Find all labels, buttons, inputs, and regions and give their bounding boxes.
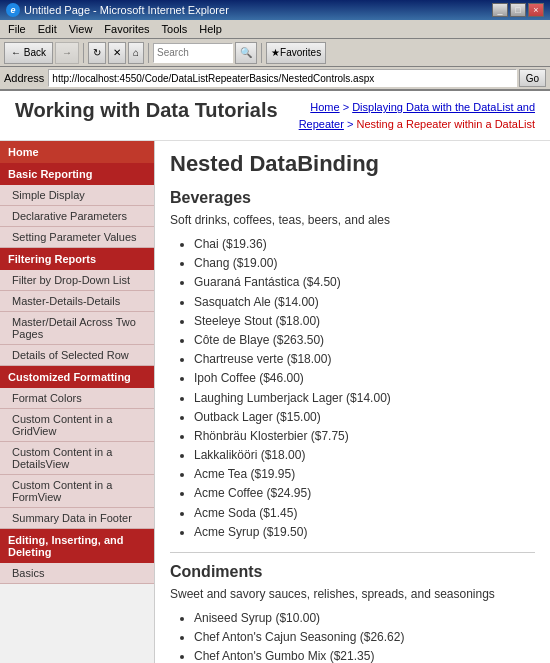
sidebar-item-master-detail-two-pages[interactable]: Master/Detail Across Two Pages (0, 312, 154, 345)
list-item: Chef Anton's Cajun Seasoning ($26.62) (194, 628, 535, 647)
list-item: Sasquatch Ale ($14.00) (194, 293, 535, 312)
sidebar-item-summary-data-footer[interactable]: Summary Data in Footer (0, 508, 154, 529)
list-item: Rhönbräu Klosterbier ($7.75) (194, 427, 535, 446)
category-condiments-title: Condiments (170, 563, 535, 581)
favorites-icon: ★ (271, 47, 280, 58)
list-item: Côte de Blaye ($263.50) (194, 331, 535, 350)
minimize-button[interactable]: _ (492, 3, 508, 17)
breadcrumb-current: Nesting a Repeater within a DataList (356, 118, 535, 130)
menu-edit[interactable]: Edit (32, 21, 63, 37)
address-input[interactable] (48, 69, 516, 87)
sidebar-item-setting-parameter-values[interactable]: Setting Parameter Values (0, 227, 154, 248)
sidebar-item-custom-content-gridview[interactable]: Custom Content in a GridView (0, 409, 154, 442)
toolbar: ← Back → ↻ ✕ ⌂ 🔍 ★ Favorites (0, 39, 550, 67)
list-item: Chai ($19.36) (194, 235, 535, 254)
sidebar-item-declarative-parameters[interactable]: Declarative Parameters (0, 206, 154, 227)
menu-bar: File Edit View Favorites Tools Help (0, 20, 550, 39)
home-button[interactable]: ⌂ (128, 42, 144, 64)
address-bar: Address Go (0, 67, 550, 91)
window-title: e Untitled Page - Microsoft Internet Exp… (6, 3, 229, 17)
site-header: Working with Data Tutorials Home > Displ… (0, 91, 550, 141)
category-condiments: Condiments Sweet and savory sauces, reli… (170, 563, 535, 663)
go-button[interactable]: Go (519, 69, 546, 87)
toolbar-separator-1 (83, 43, 84, 63)
list-item: Acme Soda ($1.45) (194, 504, 535, 523)
favorites-button[interactable]: ★ Favorites (266, 42, 326, 64)
favorites-label: Favorites (280, 47, 321, 58)
sidebar-item-format-colors[interactable]: Format Colors (0, 388, 154, 409)
condiments-list: Aniseed Syrup ($10.00) Chef Anton's Caju… (170, 609, 535, 663)
refresh-button[interactable]: ↻ (88, 42, 106, 64)
sidebar-item-custom-content-formview[interactable]: Custom Content in a FormView (0, 475, 154, 508)
sidebar-section-filtering-reports[interactable]: Filtering Reports (0, 248, 154, 270)
list-item: Steeleye Stout ($18.00) (194, 312, 535, 331)
sidebar-item-custom-content-detailsview[interactable]: Custom Content in a DetailsView (0, 442, 154, 475)
back-button[interactable]: ← Back (4, 42, 53, 64)
list-item: Chang ($19.00) (194, 254, 535, 273)
list-item: Ipoh Coffee ($46.00) (194, 369, 535, 388)
sidebar-item-filter-dropdown[interactable]: Filter by Drop-Down List (0, 270, 154, 291)
menu-favorites[interactable]: Favorites (98, 21, 155, 37)
site-title: Working with Data Tutorials (15, 99, 278, 122)
category-condiments-desc: Sweet and savory sauces, relishes, sprea… (170, 587, 535, 601)
page-content: Nested DataBinding Beverages Soft drinks… (155, 141, 550, 663)
sidebar-home[interactable]: Home (0, 141, 154, 163)
list-item: Outback Lager ($15.00) (194, 408, 535, 427)
section-divider-1 (170, 552, 535, 553)
sidebar-item-master-details[interactable]: Master-Details-Details (0, 291, 154, 312)
close-button[interactable]: × (528, 3, 544, 17)
list-item: Laughing Lumberjack Lager ($14.00) (194, 389, 535, 408)
list-item: Aniseed Syrup ($10.00) (194, 609, 535, 628)
list-item: Lakkalikööri ($18.00) (194, 446, 535, 465)
sidebar-section-editing[interactable]: Editing, Inserting, and Deleting (0, 529, 154, 563)
list-item: Acme Syrup ($19.50) (194, 523, 535, 542)
category-beverages: Beverages Soft drinks, coffees, teas, be… (170, 189, 535, 542)
maximize-button[interactable]: □ (510, 3, 526, 17)
sidebar-item-details-selected-row[interactable]: Details of Selected Row (0, 345, 154, 366)
search-input[interactable] (153, 43, 233, 63)
address-label: Address (4, 72, 44, 84)
window-title-bar: e Untitled Page - Microsoft Internet Exp… (0, 0, 550, 20)
toolbar-separator-2 (148, 43, 149, 63)
page-title: Nested DataBinding (170, 151, 535, 177)
list-item: Chartreuse verte ($18.00) (194, 350, 535, 369)
sidebar-item-simple-display[interactable]: Simple Display (0, 185, 154, 206)
sidebar-item-basics[interactable]: Basics (0, 563, 154, 584)
sidebar-section-customized-formatting[interactable]: Customized Formatting (0, 366, 154, 388)
ie-logo: e (6, 3, 20, 17)
stop-button[interactable]: ✕ (108, 42, 126, 64)
list-item: Chef Anton's Gumbo Mix ($21.35) (194, 647, 535, 663)
breadcrumb-home[interactable]: Home (310, 101, 339, 113)
forward-button[interactable]: → (55, 42, 79, 64)
sidebar-section-basic-reporting[interactable]: Basic Reporting (0, 163, 154, 185)
menu-help[interactable]: Help (193, 21, 228, 37)
list-item: Guaraná Fantástica ($4.50) (194, 273, 535, 292)
breadcrumb-sep-1: > (343, 101, 352, 113)
list-item: Acme Coffee ($24.95) (194, 484, 535, 503)
list-item: Acme Tea ($19.95) (194, 465, 535, 484)
menu-tools[interactable]: Tools (156, 21, 194, 37)
category-beverages-title: Beverages (170, 189, 535, 207)
toolbar-separator-3 (261, 43, 262, 63)
menu-view[interactable]: View (63, 21, 99, 37)
category-beverages-desc: Soft drinks, coffees, teas, beers, and a… (170, 213, 535, 227)
beverages-list: Chai ($19.36) Chang ($19.00) Guaraná Fan… (170, 235, 535, 542)
breadcrumb: Home > Displaying Data with the DataList… (295, 99, 535, 132)
search-button[interactable]: 🔍 (235, 42, 257, 64)
window-controls: _ □ × (492, 3, 544, 17)
main-content: Home Basic Reporting Simple Display Decl… (0, 141, 550, 663)
sidebar: Home Basic Reporting Simple Display Decl… (0, 141, 155, 663)
window-title-text: Untitled Page - Microsoft Internet Explo… (24, 4, 229, 16)
menu-file[interactable]: File (2, 21, 32, 37)
